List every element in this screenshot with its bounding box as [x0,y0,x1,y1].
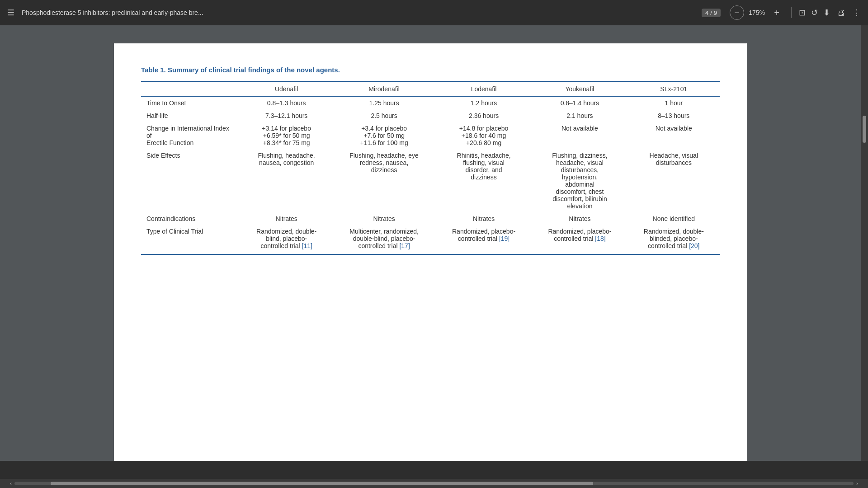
cell-lodenafil-trial: Randomized, placebo-controlled trial [19… [436,225,532,254]
print-icon[interactable]: 🖨 [837,8,845,18]
cell-mirodenafil-contra: Nitrates [332,212,436,225]
table-row: Change in International Index ofErectile… [141,122,720,149]
table-row: Contraindications Nitrates Nitrates Nitr… [141,212,720,225]
ref-19[interactable]: [19] [499,235,509,242]
toolbar: ☰ Phosphodiesterase 5 inhibitors: precli… [0,0,868,25]
col-header-slx: SLx-2101 [628,81,720,97]
ref-17[interactable]: [17] [399,242,410,249]
cell-slx-halflife: 8–13 hours [628,109,720,122]
cell-slx-trial: Randomized, double-blinded, placebo-cont… [628,225,720,254]
cell-mirodenafil-iief: +3.4 for placebo+7.6 for 50 mg+11.6 for … [332,122,436,149]
zoom-out-button[interactable]: − [730,5,744,20]
fit-page-icon[interactable]: ⊡ [799,8,806,18]
zoom-controls: − 175% + [730,5,784,20]
cell-youkenafil-contra: Nitrates [532,212,627,225]
table-header-row: Udenafil Mirodenafil Lodenafil Youkenafi… [141,81,720,97]
row-label: Half-life [141,109,241,122]
col-header-youkenafil: Youkenafil [532,81,627,97]
pdf-page: Table 1. Summary of clinical trial findi… [114,43,747,461]
document-title: Phosphodiesterase 5 inhibitors: preclini… [22,9,696,16]
col-header-mirodenafil: Mirodenafil [332,81,436,97]
table-title-rest: Summary of clinical trial findings of th… [166,66,340,74]
scroll-right-arrow[interactable]: › [854,480,861,487]
cell-youkenafil-sideeffects: Flushing, dizziness,headache, visualdist… [532,149,627,212]
cell-udenafil-contra: Nitrates [241,212,332,225]
scrollbar-track[interactable] [14,482,854,485]
menu-icon[interactable]: ☰ [7,8,14,18]
row-label: Contraindications [141,212,241,225]
cell-udenafil-halflife: 7.3–12.1 hours [241,109,332,122]
zoom-level: 175% [748,9,766,16]
cell-lodenafil-onset: 1.2 hours [436,97,532,110]
scroll-left-arrow[interactable]: ‹ [7,480,14,487]
cell-mirodenafil-trial: Multicenter, randomized,double-blind, pl… [332,225,436,254]
history-icon[interactable]: ↺ [811,8,818,18]
cell-udenafil-sideeffects: Flushing, headache,nausea, congestion [241,149,332,212]
cell-slx-iief: Not available [628,122,720,149]
cell-udenafil-trial: Randomized, double-blind, placebo-contro… [241,225,332,254]
toolbar-divider [791,7,792,18]
ref-18[interactable]: [18] [595,235,605,242]
col-header-label [141,81,241,97]
table-row: Side Effects Flushing, headache,nausea, … [141,149,720,212]
col-header-lodenafil: Lodenafil [436,81,532,97]
scrollbar-thumb[interactable] [863,116,866,143]
cell-mirodenafil-halflife: 2.5 hours [332,109,436,122]
cell-udenafil-iief: +3.14 for placebo+6.59* for 50 mg+8.34* … [241,122,332,149]
table-title-bold: Table 1. [141,66,166,74]
download-icon[interactable]: ⬇ [823,8,830,18]
toolbar-right-actions: ⬇ 🖨 ⋮ [823,8,861,18]
cell-youkenafil-trial: Randomized, placebo-controlled trial [18… [532,225,627,254]
data-table: Udenafil Mirodenafil Lodenafil Youkenafi… [141,81,720,255]
table-row: Time to Onset 0.8–1.3 hours 1.25 hours 1… [141,97,720,110]
col-header-udenafil: Udenafil [241,81,332,97]
horizontal-scrollbar[interactable]: ‹ › [0,479,868,488]
table-title: Table 1. Summary of clinical trial findi… [141,66,720,74]
main-area: Table 1. Summary of clinical trial findi… [0,25,868,461]
zoom-in-button[interactable]: + [769,5,784,20]
page-current[interactable]: 4 [705,9,708,16]
scrollbar-thumb-horizontal[interactable] [51,482,593,485]
cell-slx-sideeffects: Headache, visualdisturbances [628,149,720,212]
table-row: Half-life 7.3–12.1 hours 2.5 hours 2.36 … [141,109,720,122]
page-separator: / [710,9,712,16]
cell-slx-onset: 1 hour [628,97,720,110]
cell-lodenafil-contra: Nitrates [436,212,532,225]
cell-mirodenafil-sideeffects: Flushing, headache, eyeredness, nausea,d… [332,149,436,212]
page-container[interactable]: Table 1. Summary of clinical trial findi… [0,25,861,461]
row-label-side-effects: Side Effects [141,149,241,212]
cell-youkenafil-onset: 0.8–1.4 hours [532,97,627,110]
table-row: Type of Clinical Trial Randomized, doubl… [141,225,720,254]
cell-udenafil-onset: 0.8–1.3 hours [241,97,332,110]
cell-youkenafil-iief: Not available [532,122,627,149]
row-label: Type of Clinical Trial [141,225,241,254]
cell-lodenafil-halflife: 2.36 hours [436,109,532,122]
ref-11[interactable]: [11] [302,242,312,249]
page-total: 9 [714,9,717,16]
cell-slx-contra: None identified [628,212,720,225]
page-navigation: 4 / 9 [702,9,721,17]
cell-youkenafil-halflife: 2.1 hours [532,109,627,122]
cell-mirodenafil-onset: 1.25 hours [332,97,436,110]
vertical-scrollbar[interactable] [861,25,868,461]
bottom-bar [0,461,868,479]
more-options-icon[interactable]: ⋮ [853,8,861,18]
ref-20[interactable]: [20] [689,242,699,249]
cell-lodenafil-sideeffects: Rhinitis, headache,flushing, visualdisor… [436,149,532,212]
cell-lodenafil-iief: +14.8 for placebo+18.6 for 40 mg+20.6 80… [436,122,532,149]
row-label: Time to Onset [141,97,241,110]
row-label: Change in International Index ofErectile… [141,122,241,149]
